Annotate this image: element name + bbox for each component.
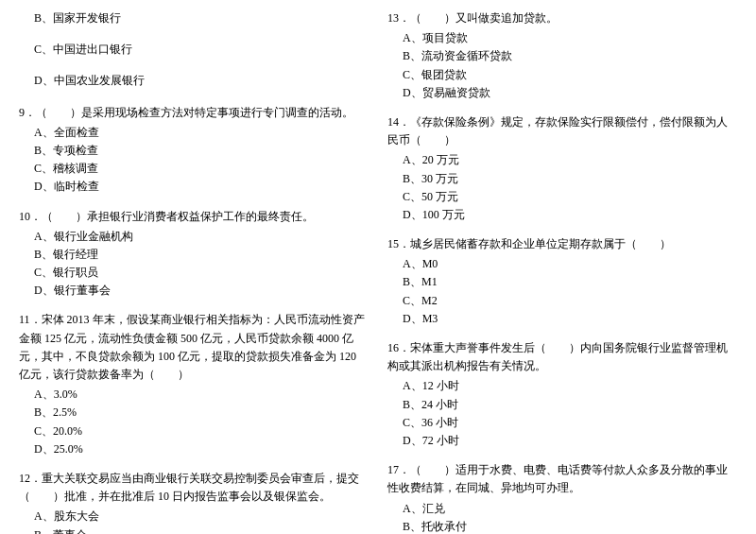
left-column: B、国家开发银行 C、中国进出口银行 D、中国农业发展银行 9．（ ）是采用现场… [19, 9, 369, 534]
q13-option-a: A、项目贷款 [387, 29, 737, 47]
q12-text: 12．重大关联交易应当由商业银行关联交易控制委员会审查后，提交（ ）批准，并在批… [19, 470, 369, 506]
q-d-text: D、中国农业发展银行 [19, 72, 369, 90]
page-container: B、国家开发银行 C、中国进出口银行 D、中国农业发展银行 9．（ ）是采用现场… [19, 9, 737, 534]
q11-option-b: B、2.5% [19, 404, 369, 422]
q14-option-b: B、30 万元 [387, 170, 737, 188]
question-12: 12．重大关联交易应当由商业银行关联交易控制委员会审查后，提交（ ）批准，并在批… [19, 470, 369, 534]
right-column: 13．（ ）又叫做卖追加贷款。 A、项目贷款 B、流动资金循环贷款 C、银团贷款… [387, 9, 737, 534]
question-11: 11．宋体 2013 年末，假设某商业银行相关指标为：人民币流动性资产金额 12… [19, 311, 369, 458]
question-d-bank: D、中国农业发展银行 [19, 72, 369, 92]
q10-option-c: C、银行职员 [19, 264, 369, 282]
q11-text: 11．宋体 2013 年末，假设某商业银行相关指标为：人民币流动性资产金额 12… [19, 311, 369, 384]
question-13: 13．（ ）又叫做卖追加贷款。 A、项目贷款 B、流动资金循环贷款 C、银团贷款… [387, 9, 737, 102]
q11-option-a: A、3.0% [19, 386, 369, 404]
q16-option-c: C、36 小时 [387, 414, 737, 432]
q10-option-d: D、银行董事会 [19, 282, 369, 300]
q11-option-d: D、25.0% [19, 440, 369, 458]
q15-option-a: A、M0 [387, 255, 737, 273]
q-c-text: C、中国进出口银行 [19, 41, 369, 59]
q15-option-b: B、M1 [387, 273, 737, 291]
q15-text: 15．城乡居民储蓄存款和企业单位定期存款属于（ ） [387, 235, 737, 253]
q14-option-d: D、100 万元 [387, 206, 737, 224]
q16-text: 16．宋体重大声誉事件发生后（ ）内向国务院银行业监督管理机构或其派出机构报告有… [387, 339, 737, 375]
q9-option-d: D、临时检查 [19, 178, 369, 196]
q16-option-a: A、12 小时 [387, 377, 737, 395]
q12-option-b: B、董事会 [19, 526, 369, 535]
q15-option-c: C、M2 [387, 292, 737, 310]
q10-option-a: A、银行业金融机构 [19, 228, 369, 246]
q14-option-c: C、50 万元 [387, 188, 737, 206]
question-15: 15．城乡居民储蓄存款和企业单位定期存款属于（ ） A、M0 B、M1 C、M2… [387, 235, 737, 328]
q13-option-b: B、流动资金循环贷款 [387, 47, 737, 65]
q14-text: 14．《存款保险条例》规定，存款保险实行限额偿付，偿付限额为人民币（ ） [387, 113, 737, 149]
q9-option-a: A、全面检查 [19, 124, 369, 142]
q17-option-a: A、汇兑 [387, 500, 737, 518]
q16-option-d: D、72 小时 [387, 432, 737, 450]
q12-option-a: A、股东大会 [19, 508, 369, 525]
question-17: 17．（ ）适用于水费、电费、电话费等付款人众多及分散的事业性收费结算，在同城、… [387, 461, 737, 534]
q9-text: 9．（ ）是采用现场检查方法对特定事项进行专门调查的活动。 [19, 104, 369, 122]
q-b-text: B、国家开发银行 [19, 9, 369, 27]
question-9: 9．（ ）是采用现场检查方法对特定事项进行专门调查的活动。 A、全面检查 B、专… [19, 104, 369, 197]
q16-option-b: B、24 小时 [387, 396, 737, 414]
q17-text: 17．（ ）适用于水费、电费、电话费等付款人众多及分散的事业性收费结算，在同城、… [387, 461, 737, 497]
q11-option-c: C、20.0% [19, 422, 369, 440]
question-b-bank: B、国家开发银行 [19, 9, 369, 29]
question-c-bank: C、中国进出口银行 [19, 41, 369, 60]
q14-option-a: A、20 万元 [387, 151, 737, 169]
question-14: 14．《存款保险条例》规定，存款保险实行限额偿付，偿付限额为人民币（ ） A、2… [387, 113, 737, 224]
q15-option-d: D、M3 [387, 310, 737, 328]
q13-text: 13．（ ）又叫做卖追加贷款。 [387, 9, 737, 27]
q13-option-c: C、银团贷款 [387, 66, 737, 84]
q9-option-b: B、专项检查 [19, 142, 369, 160]
q13-option-d: D、贸易融资贷款 [387, 84, 737, 102]
q9-option-c: C、稽核调查 [19, 160, 369, 178]
question-16: 16．宋体重大声誉事件发生后（ ）内向国务院银行业监督管理机构或其派出机构报告有… [387, 339, 737, 450]
q17-option-b: B、托收承付 [387, 518, 737, 534]
q10-text: 10．（ ）承担银行业消费者权益保护工作的最终责任。 [19, 208, 369, 226]
question-10: 10．（ ）承担银行业消费者权益保护工作的最终责任。 A、银行业金融机构 B、银… [19, 208, 369, 301]
q10-option-b: B、银行经理 [19, 246, 369, 264]
